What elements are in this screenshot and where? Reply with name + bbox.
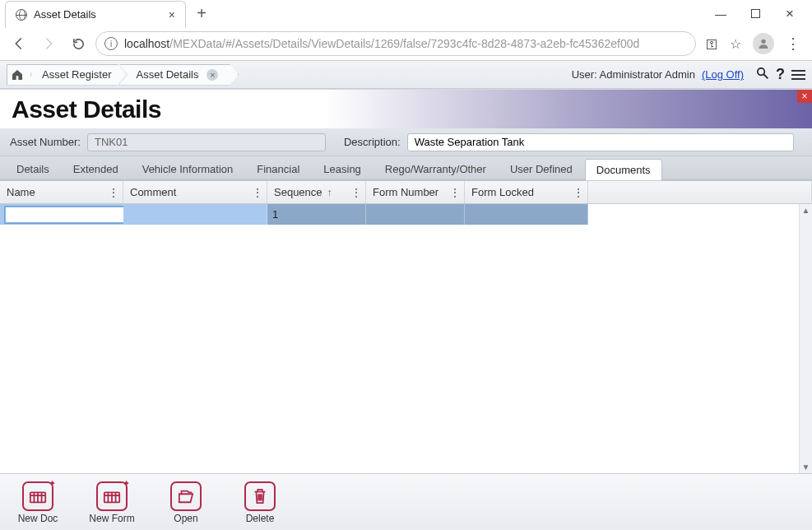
vertical-scrollbar[interactable]: ▲ ▼ — [799, 204, 812, 473]
window-minimize-icon[interactable]: — — [715, 7, 726, 21]
browser-menu-icon[interactable]: ⋮ — [786, 40, 800, 48]
reload-button[interactable] — [66, 31, 90, 56]
browser-tab-title: Asset Details — [34, 8, 162, 21]
cell-spacer — [588, 204, 812, 225]
column-menu-icon[interactable]: ⋮ — [350, 186, 362, 199]
cell-form-number[interactable] — [366, 204, 465, 225]
new-tab-button[interactable]: + — [191, 3, 212, 25]
button-label: Open — [174, 513, 197, 524]
close-page-icon[interactable]: × — [797, 90, 812, 103]
breadcrumb-asset-register[interactable]: Asset Register — [25, 64, 126, 86]
cell-sequence[interactable]: 1 — [267, 204, 366, 225]
new-form-icon — [96, 481, 128, 511]
tab-documents[interactable]: Documents — [585, 159, 662, 180]
forward-button[interactable] — [36, 31, 61, 56]
column-header-spacer — [588, 181, 812, 203]
column-header-form-locked[interactable]: Form Locked⋮ — [465, 181, 588, 203]
name-input[interactable] — [5, 207, 137, 223]
column-header-sequence[interactable]: Sequence⋮ — [267, 181, 366, 203]
description-field[interactable] — [407, 133, 794, 151]
window-maximize-icon[interactable] — [749, 7, 761, 21]
scroll-up-icon[interactable]: ▲ — [800, 204, 812, 216]
button-label: New Form — [89, 513, 134, 524]
column-menu-icon[interactable]: ⋮ — [573, 186, 584, 199]
tab-rego-warranty-other[interactable]: Rego/Warranty/Other — [374, 158, 498, 179]
tab-user-defined[interactable]: User Defined — [499, 158, 584, 179]
column-menu-icon[interactable]: ⋮ — [108, 186, 119, 199]
help-icon[interactable]: ? — [776, 66, 785, 83]
address-row: i localhost/MEXData/#/Assets/Details/Vie… — [0, 27, 812, 60]
tab-details[interactable]: Details — [5, 158, 61, 179]
tab-leasing[interactable]: Leasing — [312, 158, 373, 179]
grid-body: … 1 ▲ ▼ — [0, 204, 812, 473]
toolbar-right-icons: ⚿ ☆ ⋮ — [701, 33, 805, 54]
svg-point-0 — [761, 40, 765, 44]
tab-strip: Asset Details × + — × — [0, 0, 812, 27]
page-title-banner: Asset Details × — [0, 89, 812, 128]
globe-icon — [16, 9, 27, 21]
documents-grid: Name⋮ Comment⋮ Sequence⋮ Form Number⋮ Fo… — [0, 180, 812, 473]
bookmark-star-icon[interactable]: ☆ — [730, 36, 741, 52]
scroll-down-icon[interactable]: ▼ — [800, 461, 812, 473]
window-close-icon[interactable]: × — [784, 6, 796, 22]
column-header-name[interactable]: Name⋮ — [0, 181, 123, 203]
delete-icon — [244, 481, 276, 511]
breadcrumb-label: Asset Details — [137, 68, 199, 81]
cell-comment[interactable] — [123, 204, 267, 225]
new-doc-icon — [22, 481, 53, 511]
back-button[interactable] — [7, 31, 31, 56]
button-label: New Doc — [18, 513, 58, 524]
form-header: Asset Number: Description: — [0, 128, 812, 156]
browser-tab[interactable]: Asset Details × — [5, 1, 186, 28]
breadcrumb-asset-details[interactable]: Asset Details × — [119, 64, 239, 86]
asset-number-field — [87, 133, 326, 151]
new-doc-button[interactable]: New Doc — [12, 481, 64, 524]
site-info-icon[interactable]: i — [104, 37, 118, 50]
tab-row: Details Extended Vehicle Information Fin… — [0, 156, 812, 180]
new-form-button[interactable]: New Form — [86, 481, 138, 524]
log-off-link[interactable]: (Log Off) — [702, 68, 744, 81]
password-key-icon[interactable]: ⚿ — [706, 37, 718, 51]
tab-financial[interactable]: Financial — [245, 158, 311, 179]
description-label: Description: — [344, 136, 401, 148]
app-menu-icon[interactable] — [791, 70, 805, 80]
address-bar[interactable]: i localhost/MEXData/#/Assets/Details/Vie… — [95, 31, 696, 56]
column-menu-icon[interactable]: ⋮ — [252, 186, 263, 199]
column-header-comment[interactable]: Comment⋮ — [123, 181, 267, 203]
footer-toolbar: New Doc New Form Open Delete — [0, 473, 812, 530]
user-label: User: Administrator Admin — [572, 68, 695, 81]
app-search-icon[interactable] — [755, 66, 769, 83]
button-label: Delete — [246, 513, 275, 524]
svg-line-2 — [764, 75, 768, 78]
open-icon — [170, 481, 202, 511]
tab-extended[interactable]: Extended — [62, 158, 130, 179]
delete-button[interactable]: Delete — [234, 481, 286, 524]
open-button[interactable]: Open — [160, 481, 212, 524]
tab-vehicle-information[interactable]: Vehicle Information — [131, 158, 245, 179]
close-tab-icon[interactable]: × — [169, 8, 175, 21]
grid-header: Name⋮ Comment⋮ Sequence⋮ Form Number⋮ Fo… — [0, 181, 812, 204]
cell-form-locked[interactable] — [465, 204, 588, 225]
app-breadcrumb-bar: Asset Register Asset Details × User: Adm… — [0, 61, 812, 89]
browser-chrome: Asset Details × + — × i localhost/MEXDat… — [0, 0, 812, 61]
url-text: localhost/MEXData/#/Assets/Details/ViewD… — [124, 37, 639, 50]
breadcrumb-label: Asset Register — [42, 68, 112, 81]
window-controls: — × — [715, 6, 807, 22]
column-header-form-number[interactable]: Form Number⋮ — [366, 181, 465, 203]
cell-name[interactable]: … — [0, 204, 123, 225]
table-row[interactable]: … 1 — [0, 204, 812, 225]
asset-number-label: Asset Number: — [10, 136, 81, 148]
page-title: Asset Details — [12, 95, 161, 123]
breadcrumb-close-icon[interactable]: × — [206, 69, 218, 81]
column-menu-icon[interactable]: ⋮ — [449, 186, 461, 199]
profile-avatar-icon[interactable] — [753, 33, 774, 54]
